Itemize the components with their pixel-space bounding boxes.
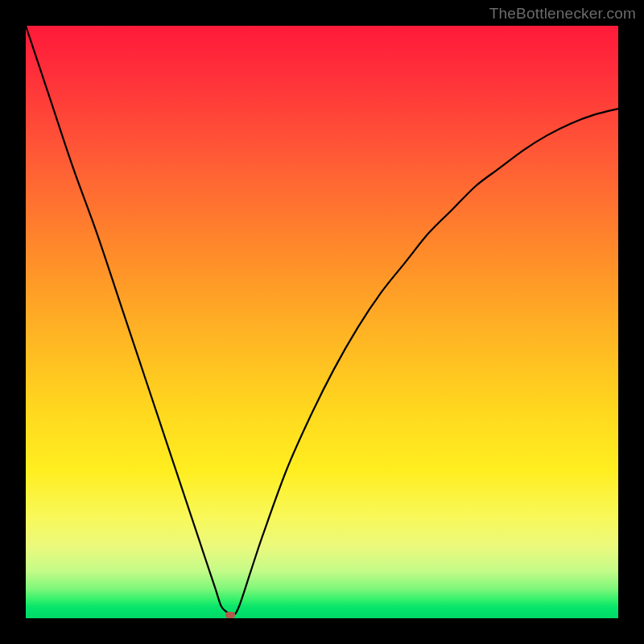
brand-credit: TheBottlenecker.com [489,5,636,23]
chart-frame: TheBottlenecker.com [0,0,644,644]
chart-plot-area [26,26,618,618]
optimal-point-marker [225,612,235,618]
bottleneck-curve [26,26,618,618]
